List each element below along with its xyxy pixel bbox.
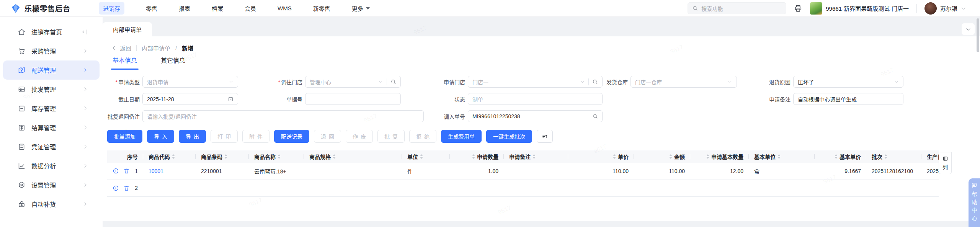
column-settings-button[interactable]: 列 (939, 152, 952, 174)
nav-item-archives[interactable]: 档案 (212, 4, 223, 12)
global-search-input[interactable]: 搜索功能 (688, 2, 786, 14)
printer-icon[interactable] (794, 4, 802, 13)
sidebar-item-wholesale[interactable]: 批发管理 (3, 80, 100, 99)
col-header-remark[interactable]: 申请备注 (504, 150, 568, 163)
add-row-icon[interactable] (113, 185, 119, 191)
nav-item-members[interactable]: 会员 (245, 4, 256, 12)
help-center-widget[interactable]: 帮助中心 (969, 178, 980, 227)
cell-base-unit (749, 180, 815, 196)
import-button[interactable]: 导入 (147, 130, 174, 143)
nav-item-new-retail[interactable]: 新零售 (313, 4, 330, 12)
sort-carets-icon[interactable] (278, 154, 281, 159)
cell-prod-date (921, 180, 939, 196)
tab-other-info[interactable]: 其它信息 (161, 56, 185, 70)
cell-seq: 2 (107, 180, 143, 196)
transfer-in-no-value: MI99661012250238 (472, 113, 592, 119)
sort-carets-icon[interactable] (532, 154, 536, 159)
approve-remark-input[interactable]: 请输入批复/退回备注 (142, 110, 424, 122)
sidebar-item-settlement[interactable]: 结算管理 (3, 118, 100, 137)
void-button[interactable]: 作废 (346, 130, 373, 143)
form-row-3: 批复退回备注 请输入批复/退回备注 调入单号 MI99661012250238 (107, 110, 980, 122)
col-header-amount[interactable]: 金额 (634, 150, 690, 163)
sidebar-item-home[interactable]: 进销存首页 (3, 22, 100, 41)
nav-item-wms[interactable]: WMS (278, 5, 292, 11)
tab-overflow-button[interactable] (962, 23, 975, 35)
export-button[interactable]: 导出 (179, 130, 206, 143)
generate-batch-button[interactable]: 一键生成批次 (486, 130, 532, 143)
col-header-prod-date[interactable]: 生产日期 (921, 150, 939, 163)
sidebar-item-delivery[interactable]: 配送管理 (3, 60, 100, 80)
user-menu[interactable]: 苏尔银 (924, 2, 966, 15)
sort-carets-icon[interactable] (613, 154, 616, 159)
sidebar-item-settings[interactable]: 设置管理 (3, 175, 100, 194)
col-header-barcode[interactable]: 商品条码 (196, 150, 249, 163)
col-header-base-unit[interactable]: 基本单位 (749, 150, 815, 163)
nav-item-reports[interactable]: 报表 (179, 4, 190, 12)
sort-carets-icon[interactable] (420, 154, 423, 159)
col-header-base-price[interactable]: 基本单价 (815, 150, 866, 163)
apply-store-select[interactable]: 门店一 (468, 76, 603, 88)
batch-add-button[interactable]: 批量添加 (107, 130, 142, 143)
col-header-spec[interactable]: 商品规格 (304, 150, 402, 163)
status-input[interactable]: 制单 (468, 93, 603, 105)
search-icon[interactable] (592, 113, 598, 119)
attachment-button[interactable]: 附件 (242, 130, 270, 143)
approve-button[interactable]: 批复 (377, 130, 405, 143)
deadline-date-input[interactable]: 2025-11-28 (142, 93, 238, 105)
nav-item-retail[interactable]: 零售 (146, 4, 157, 12)
vertical-scrollbar[interactable] (977, 18, 979, 52)
sort-carets-icon[interactable] (472, 154, 475, 159)
sidebar-item-replenish[interactable]: 自动补货 (3, 194, 100, 214)
nav-item-more[interactable]: 更多 (352, 4, 370, 12)
home-icon (18, 28, 26, 36)
sort-settings-button[interactable] (537, 130, 553, 143)
sidebar-item-inventory[interactable]: 库存管理 (3, 99, 100, 118)
sidebar-item-voucher[interactable]: 凭证管理 (3, 137, 100, 156)
nav-item-purchase-sale-stock[interactable]: 进销存 (99, 2, 124, 15)
store-selector[interactable]: 99661-新界面果蔬版测试-门店一 (810, 2, 909, 15)
required-asterisk: * (116, 79, 118, 85)
back-button[interactable]: 返回 (111, 44, 131, 52)
sort-carets-icon[interactable] (706, 154, 709, 159)
apply-type-select[interactable]: 退货申请 (142, 76, 238, 88)
col-header-base-qty[interactable]: 申请基本数量 (690, 150, 749, 163)
sidebar-item-analytics[interactable]: 数据分析 (3, 156, 100, 175)
sort-carets-icon[interactable] (333, 154, 336, 159)
delivery-record-button[interactable]: 配送记录 (274, 130, 309, 143)
col-header-qty[interactable]: 申请数量 (450, 150, 504, 163)
sort-carets-icon[interactable] (835, 154, 838, 159)
generate-fee-button[interactable]: 生成费用单 (441, 130, 482, 143)
delete-row-icon[interactable] (123, 168, 130, 174)
page-tab-label: 内部申请单 (113, 25, 142, 33)
page-tab-internal-application[interactable]: 内部申请单 (103, 22, 152, 36)
tab-basic-info[interactable]: 基本信息 (113, 56, 137, 70)
reject-button[interactable]: 拒绝 (409, 130, 436, 143)
breadcrumb-parent[interactable]: 内部申请单 (142, 44, 170, 52)
sort-carets-icon[interactable] (884, 154, 887, 159)
to-store-select[interactable]: 管理中心 (305, 76, 401, 88)
col-header-price[interactable]: 单价 (568, 150, 634, 163)
col-header-batch[interactable]: 批次 (866, 150, 921, 163)
sidebar-item-purchase[interactable]: 采购管理 (3, 41, 100, 60)
avatar (924, 2, 937, 15)
print-button[interactable]: 打印 (211, 130, 238, 143)
apply-remark-input[interactable]: 自动根据中心调出单生成 (793, 93, 903, 105)
ship-warehouse-select[interactable]: 门店一仓库 (630, 76, 737, 88)
search-icon[interactable] (390, 79, 396, 85)
field-status: 状态 制单 (433, 93, 595, 105)
col-header-product-code[interactable]: 商品代码 (143, 150, 196, 163)
delete-row-icon[interactable] (123, 185, 130, 191)
sort-carets-icon[interactable] (172, 154, 175, 159)
return-reason-select[interactable]: 压坏了 (793, 76, 903, 88)
sort-carets-icon[interactable] (669, 154, 672, 159)
sort-carets-icon[interactable] (777, 154, 781, 159)
product-code-link[interactable]: 10001 (149, 168, 163, 174)
col-header-unit[interactable]: 单位 (402, 150, 450, 163)
doc-no-input[interactable] (305, 93, 401, 105)
return-button[interactable]: 退回 (314, 130, 341, 143)
add-row-icon[interactable] (113, 168, 119, 174)
col-header-name[interactable]: 商品名称 (249, 150, 304, 163)
collapse-sidebar-icon[interactable] (82, 29, 88, 35)
transfer-in-no-input[interactable]: MI99661012250238 (468, 110, 603, 122)
sort-carets-icon[interactable] (224, 154, 227, 159)
